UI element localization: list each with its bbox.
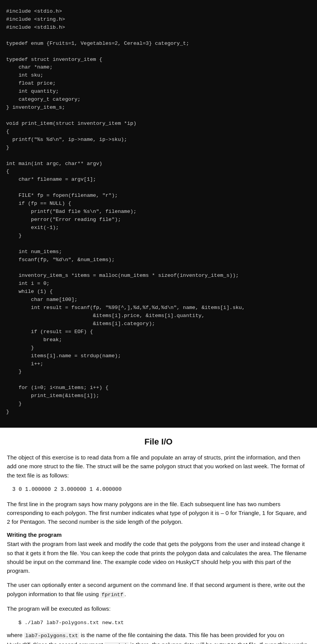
code-content: #include <stdio.h> #include <string.h> #… [6, 8, 311, 416]
para6-code2: new.txt [105, 642, 129, 644]
doc-section: File I/O The object of this exercise is … [0, 428, 317, 644]
doc-para4-prefix: The user can optionally enter a second a… [7, 582, 305, 597]
doc-para5: The program will be executed as follows: [7, 604, 310, 613]
para6-code1: lab7-polygons.txt [24, 633, 79, 639]
cmd-example: $ ./lab7 lab7-polygons.txt new.txt [18, 619, 310, 628]
code-section: #include <stdio.h> #include <string.h> #… [0, 0, 317, 428]
doc-para6: where lab7-polygons.txt is the name of t… [7, 631, 310, 644]
doc-title: File I/O [7, 437, 310, 447]
doc-para4-code: fprintf [100, 592, 124, 598]
doc-para4: The user can optionally enter a second a… [7, 580, 310, 599]
para6-prefix: where [7, 632, 24, 638]
doc-para3: Start with the program from last week an… [7, 539, 310, 575]
doc-para4-suffix: . [124, 591, 126, 597]
doc-intro: The object of this exercise is to read d… [7, 453, 310, 480]
doc-para2: The first line in the program says how m… [7, 500, 310, 526]
section-title: Writing the program [7, 531, 310, 538]
file-example: 3 0 1.000000 2 3.000000 1 4.000000 [12, 485, 310, 494]
